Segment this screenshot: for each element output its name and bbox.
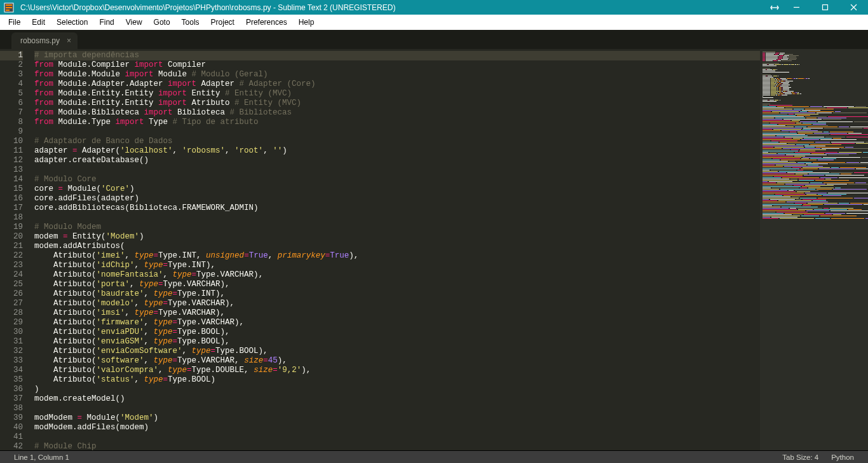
gutter: 1234567891011121314151617181920212223242…	[0, 49, 29, 450]
minimize-button[interactable]	[782, 0, 811, 15]
status-tabsize[interactable]: Tab Size: 4	[776, 453, 825, 461]
tab-close-icon[interactable]: ×	[67, 36, 71, 45]
status-line-col: Line 1, Column 1	[8, 453, 76, 461]
editor[interactable]: 1234567891011121314151617181920212223242…	[0, 49, 868, 450]
svg-rect-2	[6, 7, 12, 8]
statusbar: Line 1, Column 1 Tab Size: 4 Python	[0, 450, 868, 463]
minimap[interactable]	[760, 49, 868, 450]
tabbar: robosms.py ×	[0, 30, 868, 49]
app-icon	[2, 1, 16, 15]
code-area[interactable]: # importa dependênciasfrom Module.Compil…	[29, 49, 760, 450]
menu-help[interactable]: Help	[293, 15, 320, 30]
menu-view[interactable]: View	[120, 15, 148, 30]
drag-icon	[767, 4, 782, 11]
menu-find[interactable]: Find	[93, 15, 119, 30]
close-button[interactable]	[839, 0, 868, 15]
window-title: C:\Users\Victor\Dropbox\Desenvolvimento\…	[18, 3, 395, 12]
menu-preferences[interactable]: Preferences	[240, 15, 293, 30]
tab-robosms[interactable]: robosms.py ×	[11, 32, 78, 49]
svg-rect-3	[6, 10, 10, 11]
menubar: FileEditSelectionFindViewGotoToolsProjec…	[0, 15, 868, 30]
menu-project[interactable]: Project	[205, 15, 240, 30]
titlebar: C:\Users\Victor\Dropbox\Desenvolvimento\…	[0, 0, 868, 15]
svg-rect-1	[6, 4, 12, 6]
menu-file[interactable]: File	[3, 15, 26, 30]
menu-selection[interactable]: Selection	[51, 15, 93, 30]
menu-tools[interactable]: Tools	[176, 15, 205, 30]
tab-label: robosms.py	[20, 36, 60, 45]
status-syntax[interactable]: Python	[825, 453, 860, 461]
menu-goto[interactable]: Goto	[148, 15, 176, 30]
svg-rect-6	[823, 5, 828, 10]
menu-edit[interactable]: Edit	[26, 15, 51, 30]
maximize-button[interactable]	[811, 0, 839, 15]
